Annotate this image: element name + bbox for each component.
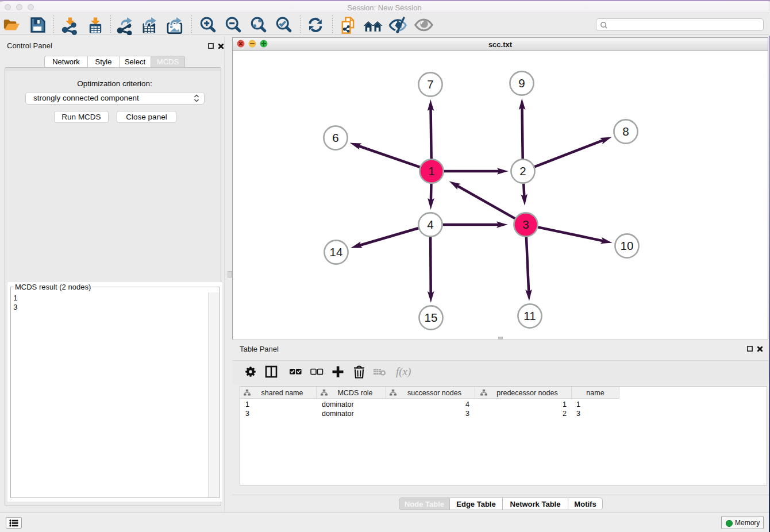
svg-text:9: 9 <box>518 76 525 90</box>
svg-text:8: 8 <box>622 125 629 138</box>
svg-text:3: 3 <box>522 218 529 231</box>
svg-text:14: 14 <box>330 245 343 259</box>
svg-text:6: 6 <box>332 131 338 144</box>
svg-text:11: 11 <box>523 309 536 322</box>
svg-text:15: 15 <box>425 311 438 324</box>
svg-text:1: 1 <box>428 164 434 178</box>
svg-text:4: 4 <box>427 218 433 231</box>
svg-text:7: 7 <box>427 78 433 91</box>
svg-text:2: 2 <box>519 164 526 178</box>
svg-text:10: 10 <box>621 239 634 252</box>
